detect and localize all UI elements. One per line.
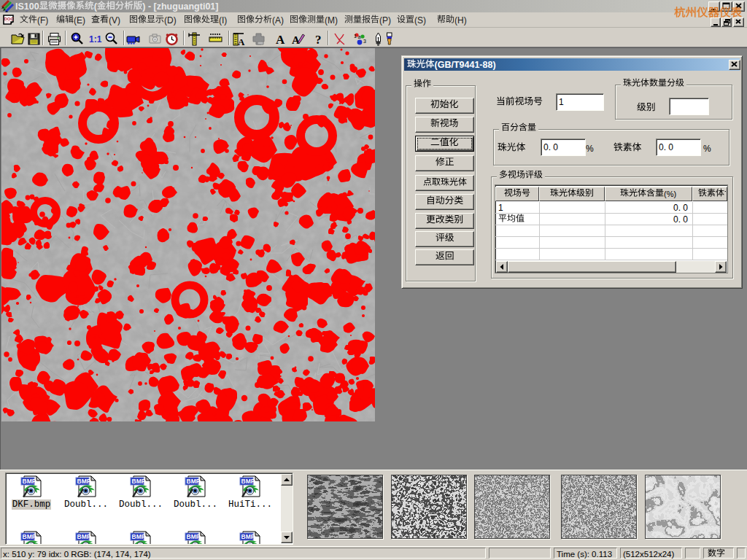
- svg-text:BMP: BMP: [23, 533, 36, 540]
- svg-text:(V): (V): [109, 15, 120, 26]
- svg-text:1: 1: [354, 34, 357, 39]
- svg-text:(D): (D): [164, 15, 177, 26]
- svg-text:BMP: BMP: [241, 533, 255, 540]
- svg-text:BMP: BMP: [77, 478, 91, 485]
- svg-text:1: 1: [498, 203, 503, 213]
- svg-text:BMP: BMP: [187, 533, 201, 540]
- svg-text:BMP: BMP: [132, 533, 146, 540]
- svg-text:(: (: [94, 1, 98, 12]
- svg-text:0. 0: 0. 0: [659, 142, 673, 152]
- svg-text:DOC: DOC: [4, 17, 15, 21]
- svg-text:(I): (I): [219, 15, 227, 26]
- svg-text:0. 0: 0. 0: [543, 142, 558, 152]
- svg-text:A: A: [292, 34, 300, 46]
- svg-text:BMP: BMP: [241, 478, 255, 485]
- svg-text:IS100: IS100: [15, 1, 39, 12]
- svg-text:(%): (%): [664, 189, 676, 198]
- svg-text:A: A: [238, 36, 245, 47]
- svg-text:BMP: BMP: [132, 478, 146, 485]
- svg-text:(H): (H): [454, 15, 467, 26]
- svg-text:0. 0: 0. 0: [673, 214, 688, 225]
- svg-text:(F): (F): [37, 15, 48, 26]
- svg-text:(P): (P): [379, 15, 391, 26]
- svg-text:%: %: [703, 144, 711, 154]
- svg-text:(E): (E): [74, 15, 85, 26]
- svg-text:?: ?: [315, 33, 322, 47]
- svg-text:x: 510 y: 79 idx: 0 RGB: (17: x: 510 y: 79 idx: 0 RGB: (174, 174, 174): [3, 549, 151, 558]
- svg-text:(A): (A): [272, 15, 284, 26]
- svg-text:a: a: [358, 34, 361, 39]
- svg-text:1: 1: [559, 97, 564, 107]
- svg-text:) - [zhuguangti01]: ) - [zhuguangti01]: [142, 1, 218, 12]
- svg-text:A: A: [276, 33, 285, 47]
- svg-text:BMP: BMP: [23, 478, 36, 485]
- svg-text:Time (s): 0.113: Time (s): 0.113: [557, 549, 612, 558]
- svg-text:3: 3: [363, 39, 366, 44]
- svg-text:(GB/T9441-88): (GB/T9441-88): [435, 60, 496, 70]
- svg-text:BMP: BMP: [77, 533, 91, 540]
- svg-text:%: %: [586, 144, 594, 154]
- svg-text:0. 0: 0. 0: [673, 203, 688, 213]
- svg-text:1:1: 1:1: [89, 34, 102, 44]
- svg-text:(S): (S): [414, 15, 426, 26]
- svg-text:(M): (M): [325, 15, 338, 26]
- svg-text:BMP: BMP: [187, 478, 201, 485]
- svg-text:(512x512x24): (512x512x24): [623, 549, 674, 558]
